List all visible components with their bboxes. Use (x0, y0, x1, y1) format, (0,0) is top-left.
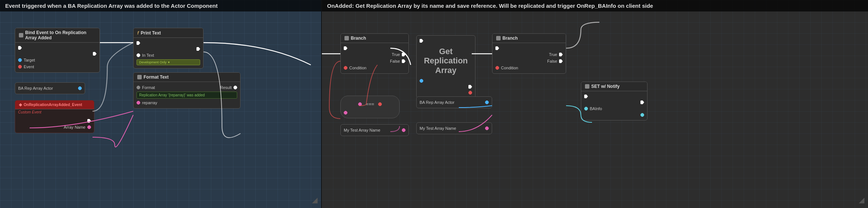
exec-in (137, 41, 140, 45)
bainfo-in-dot (584, 107, 588, 110)
true-exec-out (559, 53, 563, 56)
bind-event-header: Bind Event to On Replication Array Added (15, 28, 100, 43)
format-text-header: Format Text (134, 73, 240, 82)
branch-r-icon (496, 36, 501, 40)
left-panel: Event triggered when a BA Replication Ar… (0, 0, 322, 208)
br-true-out: True (492, 51, 566, 58)
test-array-name-left-node: My Test Array Name (340, 124, 409, 136)
false-exec-out (559, 59, 563, 63)
bl-exec-in (341, 45, 408, 51)
gra-blue-pin (417, 78, 475, 84)
get-rep-array-big-node: Get Replication Array (416, 35, 475, 98)
on-rep-event-header: ◆ OnReplicationArrayAdded_Event (15, 100, 94, 109)
event-pin: Event (15, 63, 100, 70)
get-rep-array-body: Get Replication Array (417, 36, 475, 98)
test-array-left-dot (402, 128, 406, 132)
format-text-body: Format Result Replication Array '{reparr… (134, 82, 240, 108)
array-name-dot (87, 125, 91, 129)
condition-dot (344, 66, 347, 70)
eq-pin-row2 (341, 110, 399, 116)
branch-icon (344, 36, 349, 40)
branch-right-node: Branch True False Condition (492, 33, 566, 74)
ba-rep-right-body: BA Rep Array Actor (417, 97, 492, 108)
print-exec-in (134, 40, 203, 46)
gra-exec-in (417, 38, 475, 44)
custom-event-subtitle: Custom Event (15, 109, 94, 116)
event-dot (18, 65, 22, 69)
equals-body: === (341, 96, 399, 118)
branch-right-header: Branch (492, 34, 566, 43)
eq-out-pin (378, 102, 382, 106)
ba-rep-pin-row: BA Rep Array Actor (15, 85, 85, 92)
ba-rep-actor-node-left: BA Rep Array Actor (15, 82, 85, 94)
eq-pin2 (344, 111, 347, 115)
exec-out (196, 47, 200, 51)
get-rep-array-title: Get Replication Array (417, 44, 475, 78)
format-icon (137, 75, 142, 79)
exec-out-pin (15, 51, 100, 57)
sn-exec-in (581, 93, 647, 99)
sn-bainfo-out (581, 112, 647, 118)
print-exec-out (134, 46, 203, 52)
bind-event-node: Bind Event to On Replication Array Added… (15, 28, 100, 73)
exec-out (640, 100, 644, 104)
bl-condition: Condition (341, 65, 408, 71)
exec-out (468, 85, 472, 89)
set-notify-header: SET w/ Notify (581, 82, 647, 91)
set-icon (585, 84, 589, 89)
bind-event-icon (19, 33, 23, 37)
gra-red-out (417, 90, 475, 96)
branch-right-body: True False Condition (492, 43, 566, 73)
sn-bainfo-in: BAInfo (581, 105, 647, 112)
on-rep-exec (15, 118, 94, 124)
ba-rep-body: BA Rep Array Actor (15, 83, 85, 94)
left-panel-title: Event triggered when a BA Replication Ar… (0, 0, 321, 11)
right-panel: OnAdded: Get Replication Array by its na… (322, 0, 868, 208)
print-text-node: f Print Text In Text Development Only ▾ (133, 28, 203, 69)
test-array-left-body: My Test Array Name (341, 125, 408, 136)
bl-true-out: True (341, 51, 408, 58)
equals-label-row: === (341, 98, 399, 110)
in-text-pin: In Text (134, 52, 203, 59)
ba-rep-actor-right-node: BA Rep Array Actor (416, 96, 492, 108)
diamond-icon: ◆ (19, 102, 22, 107)
gra-blue-dot (420, 79, 423, 83)
func-icon: f (137, 30, 139, 36)
on-rep-body: Array Name (15, 116, 94, 133)
br-false-out: False (492, 58, 566, 65)
exec-in (584, 95, 588, 98)
branch-left-body: True False Condition (341, 43, 408, 73)
corner-icon: ◢ (312, 195, 317, 204)
test-array-right-body: My Test Array Name (417, 123, 492, 134)
branch-left-header: Branch (341, 34, 408, 43)
test-array-left-row: My Test Array Name (341, 127, 408, 133)
print-text-header: f Print Text (134, 28, 203, 38)
test-array-right-row: My Test Array Name (417, 125, 492, 132)
result-right: Result (220, 85, 237, 90)
gra-red-dot (468, 91, 472, 95)
reparray-pin: reparray (134, 99, 240, 106)
bind-event-body: Target Event (15, 43, 100, 72)
gra-exec-out (417, 84, 475, 90)
in-text-dot (137, 53, 140, 57)
test-array-right-dot (485, 126, 489, 130)
array-name-pin: Array Name (15, 124, 94, 131)
right-panel-title: OnAdded: Get Replication Array by its na… (322, 0, 868, 11)
exec-in (495, 46, 499, 50)
target-dot (18, 58, 22, 62)
equals-node: === (340, 96, 400, 118)
format-pin (137, 86, 140, 89)
exec-in (18, 46, 22, 50)
reparray-dot (137, 101, 140, 105)
result-pin (233, 86, 237, 89)
ba-rep-right-row: BA Rep Array Actor (417, 99, 492, 106)
test-array-name-right-node: My Test Array Name (416, 122, 492, 134)
br-exec-in (492, 45, 566, 51)
format-text-value[interactable]: Replication Array '{reparray}' was added (137, 92, 237, 99)
right-corner-icon: ◢ (859, 195, 864, 204)
false-exec-out (402, 59, 406, 63)
exec-in (344, 46, 347, 50)
set-notify-body: BAInfo (581, 91, 647, 120)
true-exec-out (402, 53, 406, 56)
exec-in (420, 39, 423, 43)
